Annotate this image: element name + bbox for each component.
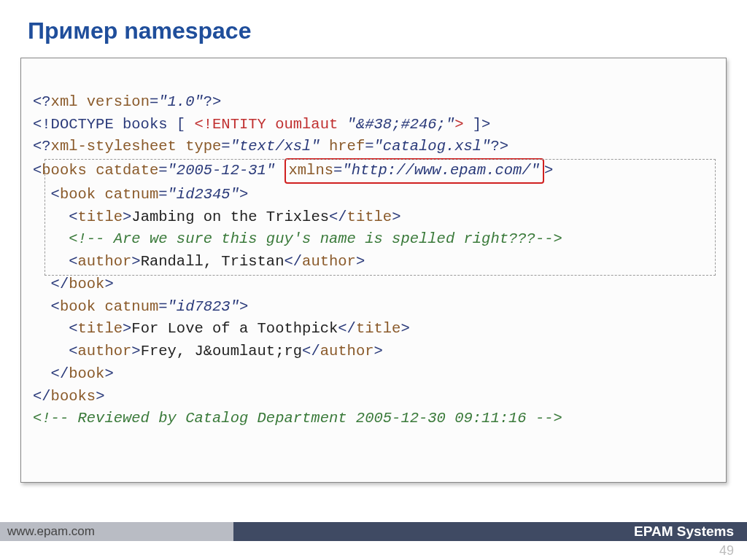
- xmlns-highlight: xmlns="http://www.epam.com/": [285, 158, 544, 184]
- book-tag: book: [69, 276, 104, 292]
- eq: =: [158, 162, 167, 179]
- books-tag: books: [42, 162, 87, 179]
- entity-close: >: [454, 116, 463, 133]
- xml-decl-close: ?>: [204, 93, 222, 110]
- footer-company: EPAM Systems: [233, 522, 747, 541]
- title2-text: For Love of a Toothpick: [131, 320, 338, 337]
- tag-end: >: [96, 388, 104, 405]
- eq: =: [221, 138, 230, 155]
- tag-end: >: [104, 365, 113, 382]
- href-val: "catalog.xsl": [374, 138, 491, 155]
- entity-decl: <!ENTITY oumlaut: [194, 116, 347, 133]
- href-attr: href: [320, 138, 365, 155]
- catnum-attr: catnum: [96, 186, 158, 203]
- type-val: "text/xsl": [231, 138, 320, 155]
- tag-end: >: [131, 343, 140, 359]
- catdate-val: "2005-12-31": [168, 162, 276, 179]
- title1-open: <: [33, 209, 78, 225]
- author1-text: Randall, Tristan: [141, 253, 285, 270]
- author2-close: </: [302, 343, 320, 359]
- tag-end: >: [374, 343, 383, 359]
- author2-text: Frey, J&oumlaut;rg: [141, 343, 302, 359]
- xmlns-attr: xmlns: [289, 162, 334, 179]
- book1-open: <: [33, 186, 60, 203]
- title2-open: <: [33, 320, 78, 337]
- book-tag: book: [60, 186, 96, 203]
- title-tag: title: [347, 209, 392, 225]
- tag-end: >: [239, 298, 248, 315]
- books-open: <: [33, 162, 42, 179]
- book2-close: </: [33, 365, 69, 382]
- comment2: <!-- Reviewed by Catalog Department 2005…: [33, 410, 562, 427]
- sp: [275, 162, 284, 179]
- tag-end: >: [104, 276, 113, 292]
- page-number: 49: [719, 543, 734, 559]
- tag-end: >: [131, 253, 140, 270]
- title-tag: title: [356, 320, 401, 337]
- entity-value: "&#38;#246;": [347, 116, 455, 133]
- author-tag: author: [78, 343, 132, 359]
- eq: =: [150, 93, 158, 110]
- books-tag: books: [51, 388, 96, 405]
- footer-url: www.epam.com: [0, 522, 233, 541]
- tag-end: >: [239, 186, 248, 203]
- eq: =: [333, 162, 342, 179]
- author1-close: </: [284, 253, 302, 270]
- catnum-val1: "id2345": [168, 186, 239, 203]
- xml-version: "1.0": [158, 93, 204, 110]
- eq: =: [158, 298, 167, 315]
- doctype-close: ]>: [464, 116, 491, 133]
- footer: www.epam.com EPAM Systems: [0, 522, 747, 541]
- tag-end: >: [356, 253, 365, 270]
- books-open-end: >: [544, 162, 553, 179]
- title1-close: </: [329, 209, 347, 225]
- author-tag: author: [302, 253, 356, 270]
- title1-text: Jambing on the Trixles: [131, 209, 329, 225]
- book2-open: <: [33, 298, 60, 315]
- slide-title: Пример namespace: [0, 0, 747, 58]
- pi-close: ?>: [490, 138, 508, 155]
- author1-open: <: [33, 253, 78, 270]
- xml-decl-kw: xml version: [51, 93, 150, 110]
- book-tag: book: [60, 298, 96, 315]
- title-tag: title: [78, 320, 123, 337]
- author2-open: <: [33, 343, 78, 359]
- xmlns-val: "http://www.epam.com/": [342, 162, 540, 179]
- title-tag: title: [78, 209, 123, 225]
- catnum-val2: "id7823": [168, 298, 239, 315]
- book-tag: book: [69, 365, 104, 382]
- book1-close: </: [33, 276, 69, 292]
- catdate-attr: catdate: [87, 162, 158, 179]
- eq: =: [365, 138, 374, 155]
- books-close: </: [33, 388, 51, 405]
- tag-end: >: [123, 209, 131, 225]
- author-tag: author: [320, 343, 374, 359]
- tag-end: >: [123, 320, 131, 337]
- code-block: <?xml version="1.0"?> <!DOCTYPE books [ …: [20, 58, 727, 483]
- stylesheet-type: xml-stylesheet type: [51, 138, 222, 155]
- tag-end: >: [392, 209, 400, 225]
- xml-decl-open: <?: [33, 93, 51, 110]
- eq: =: [158, 186, 167, 203]
- tag-end: >: [400, 320, 409, 337]
- comment1: <!-- Are we sure this guy's name is spel…: [33, 230, 562, 247]
- author-tag: author: [78, 253, 132, 270]
- doctype-open: <!DOCTYPE books [: [33, 116, 194, 133]
- title2-close: </: [338, 320, 356, 337]
- pi-open: <?: [33, 138, 51, 155]
- catnum-attr: catnum: [96, 298, 158, 315]
